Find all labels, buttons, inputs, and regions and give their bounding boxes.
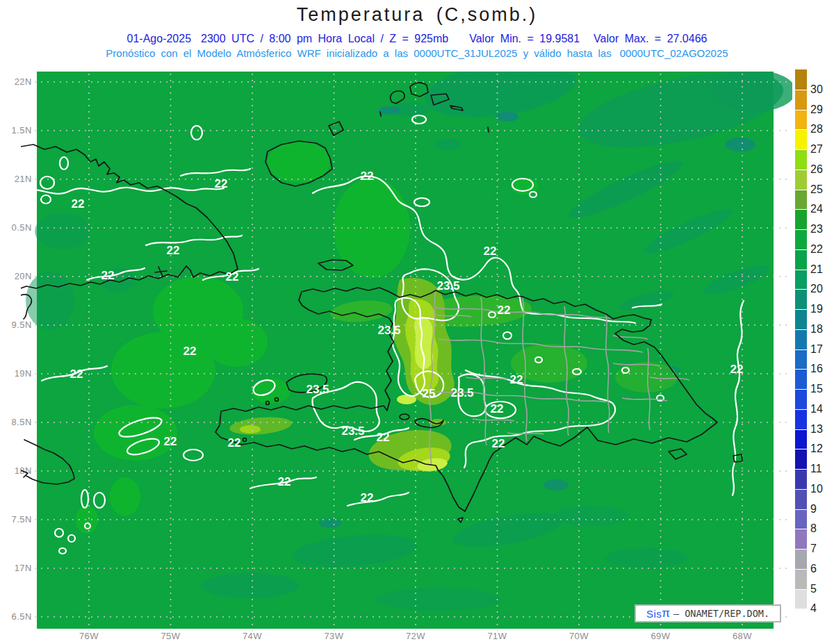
contour-label: 22 bbox=[730, 363, 744, 376]
page-title: Temperatura (C,somb.) bbox=[0, 4, 834, 26]
map-plot: 2222222222222222222222222222222222222223… bbox=[21, 72, 792, 632]
colorbar-tick-label: 18 bbox=[810, 323, 834, 336]
colorbar-tick-label: 22 bbox=[810, 243, 834, 256]
valid-date: 01-Ago-2025 bbox=[127, 33, 192, 44]
subtitle-line-1: 01-Ago-20252300 UTC / 8:00 pm Hora Local… bbox=[0, 33, 834, 45]
colorbar bbox=[795, 69, 807, 629]
colorbar-tick-label: 6 bbox=[810, 563, 834, 575]
contour-label: 22 bbox=[72, 197, 85, 210]
colorbar-segment bbox=[795, 509, 807, 529]
model-info: Pronóstico con el Modelo Atmósferico WRF… bbox=[106, 47, 611, 59]
colorbar-tick-label: 11 bbox=[810, 463, 834, 475]
value-max: Valor Max. = 27.0466 bbox=[594, 33, 707, 44]
colorbar-segment bbox=[795, 489, 807, 509]
colorbar-tick-label: 5 bbox=[810, 583, 834, 595]
x-tick-label: 73W bbox=[313, 631, 355, 641]
colorbar-segment bbox=[795, 289, 807, 309]
colorbar-tick-label: 28 bbox=[810, 123, 834, 135]
branding-text: – ONAMET/REP.DOM. bbox=[673, 608, 769, 619]
colorbar-segment bbox=[795, 129, 807, 149]
contour-label: 22 bbox=[492, 437, 505, 450]
value-min: Valor Min. = 19.9581 bbox=[469, 33, 580, 44]
colorbar-segment bbox=[795, 349, 807, 370]
colorbar-segment bbox=[795, 609, 807, 629]
colorbar-segment bbox=[795, 170, 807, 190]
branding-box: Sisπ– ONAMET/REP.DOM. bbox=[635, 604, 781, 622]
weather-chart-frame: Temperatura (C,somb.) 01-Ago-20252300 UT… bbox=[0, 0, 834, 644]
colorbar-segment bbox=[795, 429, 807, 449]
colorbar-tick-label: 21 bbox=[810, 263, 834, 276]
contour-label: 22 bbox=[101, 269, 115, 282]
colorbar-segment bbox=[795, 389, 807, 409]
colorbar-tick-label: 8 bbox=[810, 522, 834, 535]
sispi-logo: Sis bbox=[646, 608, 662, 620]
colorbar-tick-label: 24 bbox=[810, 203, 834, 215]
colorbar-tick-label: 12 bbox=[810, 443, 834, 455]
colorbar-tick-label: 15 bbox=[810, 383, 834, 395]
contour-label: 22 bbox=[228, 436, 241, 449]
contour-label: 22 bbox=[510, 373, 523, 386]
contour-label: 22 bbox=[164, 435, 177, 448]
colorbar-tick-label: 13 bbox=[810, 423, 834, 436]
x-tick-label: 71W bbox=[477, 631, 518, 641]
contour-label: 22 bbox=[215, 177, 228, 190]
colorbar-tick-label: 27 bbox=[810, 143, 834, 156]
colorbar-segment bbox=[795, 190, 807, 210]
contour-label: 25 bbox=[423, 387, 436, 400]
x-tick-label: 69W bbox=[640, 631, 682, 641]
colorbar-tick-label: 19 bbox=[810, 303, 834, 315]
contour-label: 22 bbox=[70, 368, 83, 381]
colorbar-segment bbox=[795, 249, 807, 270]
x-tick-label: 74W bbox=[231, 631, 273, 641]
contour-label: 22 bbox=[183, 345, 197, 358]
x-tick-label: 68W bbox=[721, 631, 763, 641]
colorbar-segment bbox=[795, 329, 807, 349]
contour-label: 22 bbox=[167, 244, 180, 257]
x-tick-label: 72W bbox=[395, 631, 436, 641]
colorbar-tick-label: 9 bbox=[810, 503, 834, 515]
colorbar-segment bbox=[795, 589, 807, 609]
colorbar-tick-label: 29 bbox=[810, 104, 834, 116]
colorbar-segment bbox=[795, 270, 807, 290]
colorbar-segment bbox=[795, 409, 807, 429]
contour-label: 23.5 bbox=[450, 386, 473, 399]
colorbar-tick-label: 30 bbox=[810, 83, 834, 96]
x-tick-label: 76W bbox=[68, 631, 110, 641]
colorbar-tick-label: 17 bbox=[810, 343, 834, 356]
contour-label: 22 bbox=[491, 402, 504, 415]
contour-label: 22 bbox=[377, 431, 390, 444]
contour-label: 23.5 bbox=[436, 279, 459, 292]
colorbar-segment bbox=[795, 229, 807, 249]
contour-label: 22 bbox=[278, 475, 291, 488]
colorbar-segment bbox=[795, 569, 807, 589]
contour-label: 23.5 bbox=[377, 324, 400, 337]
colorbar-segment bbox=[795, 549, 807, 569]
colorbar-tick-label: 20 bbox=[810, 283, 834, 295]
colorbar-segment bbox=[795, 529, 807, 549]
colorbar-segment bbox=[795, 149, 807, 170]
colorbar-tick-label: 16 bbox=[810, 363, 834, 375]
contour-label: 22 bbox=[226, 270, 239, 283]
colorbar-segment bbox=[795, 90, 807, 110]
colorbar-tick-label: 25 bbox=[810, 183, 834, 196]
contour-label: 22 bbox=[361, 170, 374, 183]
colorbar-segment bbox=[795, 469, 807, 489]
subtitle-line-2: Pronóstico con el Modelo Atmósferico WRF… bbox=[0, 47, 834, 59]
colorbar-segment bbox=[795, 309, 807, 329]
x-tick-label: 75W bbox=[150, 631, 192, 641]
colorbar-segment bbox=[795, 369, 807, 389]
colorbar-segment bbox=[795, 449, 807, 469]
contour-label: 22 bbox=[361, 491, 374, 504]
colorbar-segment bbox=[795, 209, 807, 229]
contour-label: 23.5 bbox=[306, 383, 329, 396]
colorbar-segment bbox=[795, 69, 807, 90]
x-tick-label: 70W bbox=[558, 631, 600, 641]
valid-time: 2300 UTC / 8:00 pm Hora Local / Z = 925m… bbox=[201, 33, 448, 44]
colorbar-tick-label: 7 bbox=[810, 543, 834, 555]
colorbar-tick-label: 23 bbox=[810, 223, 834, 236]
colorbar-segment bbox=[795, 110, 807, 130]
colorbar-tick-label: 4 bbox=[810, 602, 834, 615]
valid-until: 0000UTC_02AGO2025 bbox=[620, 47, 728, 59]
colorbar-tick-label: 26 bbox=[810, 163, 834, 176]
contour-label: 22 bbox=[498, 304, 511, 317]
